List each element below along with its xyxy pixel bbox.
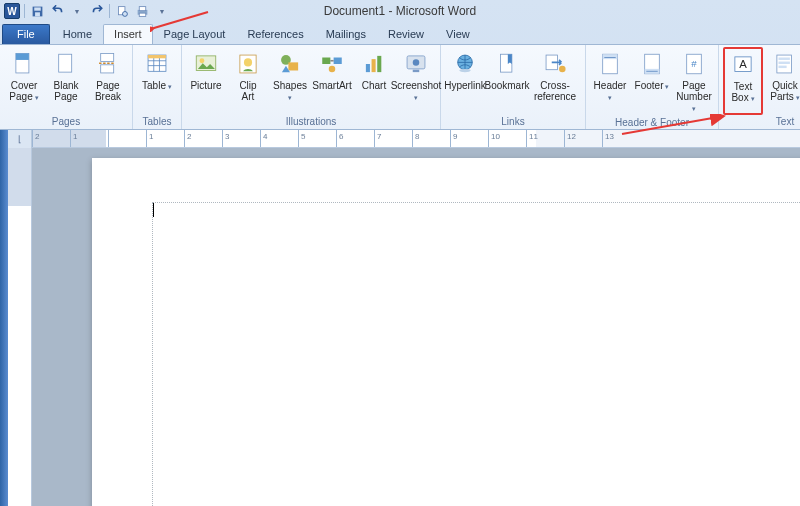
footer-button[interactable]: Footer ▾ [632,47,672,116]
picture-button[interactable]: Picture [186,47,226,115]
ruler-corner-icon[interactable]: ⌊ [8,130,32,148]
page[interactable] [92,158,800,506]
quick-print-icon[interactable] [134,3,150,19]
document-canvas[interactable] [32,148,800,506]
page-number-icon: # [679,50,709,78]
table-label: Table ▾ [142,80,172,91]
left-gutter-bar [0,130,8,506]
smartart-button[interactable]: SmartArt [312,47,352,115]
ribbon-tabs: File HomeInsertPage LayoutReferencesMail… [0,22,800,44]
blank-page-button[interactable]: Blank Page [46,47,86,115]
smartart-label: SmartArt [312,80,351,91]
shapes-button[interactable]: Shapes ▾ [270,47,310,115]
undo-dropdown-icon[interactable]: ▼ [69,3,85,19]
chart-icon [359,50,389,78]
cover-page-label: Cover Page ▾ [9,80,38,102]
svg-rect-9 [16,53,29,60]
redo-icon[interactable] [89,3,105,19]
group-label: Illustrations [186,115,436,129]
tab-page-layout[interactable]: Page Layout [153,24,237,44]
svg-rect-51 [779,58,790,60]
clip-art-button[interactable]: Clip Art [228,47,268,115]
quick-parts-label: Quick Parts ▾ [770,80,799,102]
svg-point-23 [244,58,252,66]
svg-rect-7 [139,13,146,16]
header-icon [595,50,625,78]
bookmark-label: Bookmark [485,80,530,91]
bookmark-button[interactable]: Bookmark [487,47,527,115]
hyperlink-label: Hyperlink [444,80,486,91]
group-label: Header & Footer [590,116,714,130]
svg-rect-31 [377,56,381,72]
tab-view[interactable]: View [435,24,481,44]
screenshot-label: Screenshot ▾ [391,80,442,102]
svg-rect-34 [413,70,420,72]
cross-reference-button[interactable]: Cross-reference [529,47,581,115]
svg-rect-11 [101,53,114,61]
tab-review[interactable]: Review [377,24,435,44]
word-app-icon[interactable]: W [4,3,20,19]
page-break-button[interactable]: Page Break [88,47,128,115]
screenshot-button[interactable]: Screenshot ▾ [396,47,436,115]
tab-file[interactable]: File [2,24,50,44]
cover-page-button[interactable]: Cover Page ▾ [4,47,44,115]
ribbon-group-text: AText Box ▾Quick Parts ▾AWordArt ▾Text [719,45,800,129]
vertical-ruler[interactable]: 1212345678910 [8,148,31,506]
bookmark-icon [492,50,522,78]
qat-customize-icon[interactable]: ▼ [154,3,170,19]
shapes-icon [275,50,305,78]
tab-insert[interactable]: Insert [103,24,153,44]
hyperlink-button[interactable]: Hyperlink [445,47,485,115]
svg-point-39 [559,66,566,73]
window-title: Document1 - Microsoft Word [324,4,477,18]
ribbon-group-illustrations: PictureClip ArtShapes ▾SmartArtChartScre… [182,45,441,129]
ribbon-group-header-footer: Header ▾Footer ▾#Page Number ▾Header & F… [586,45,719,129]
svg-rect-26 [322,58,330,65]
quick-parts-icon [770,50,800,78]
title-bar: W ▼ ▼ Document1 - Microsoft Word [0,0,800,22]
print-preview-icon[interactable] [114,3,130,19]
horizontal-ruler-row: ⌊ 2112345678910111213 [8,130,800,148]
chart-label: Chart [362,80,386,91]
document-area: ⌊ 2112345678910111213 1212345678910 [0,130,800,506]
svg-point-21 [200,58,205,63]
svg-rect-12 [101,65,114,73]
tab-references[interactable]: References [236,24,314,44]
horizontal-ruler[interactable]: 2112345678910111213 [32,130,800,147]
quick-parts-button[interactable]: Quick Parts ▾ [765,47,800,115]
group-label: Links [445,115,581,129]
svg-rect-29 [366,64,370,72]
cover-page-icon [9,50,39,78]
svg-rect-6 [139,6,146,10]
header-button[interactable]: Header ▾ [590,47,630,116]
blank-page-label: Blank Page [53,80,78,102]
save-icon[interactable] [29,3,45,19]
group-label: Text [723,115,800,129]
chart-button[interactable]: Chart [354,47,394,115]
cross-reference-icon [540,50,570,78]
page-number-button[interactable]: #Page Number ▾ [674,47,714,116]
page-number-label: Page Number ▾ [675,80,713,113]
svg-rect-25 [288,62,298,70]
table-button[interactable]: Table ▾ [137,47,177,115]
svg-point-4 [122,11,127,16]
svg-text:A: A [739,58,747,70]
svg-point-33 [413,59,420,66]
ribbon-group-pages: Cover Page ▾Blank PagePage BreakPages [0,45,133,129]
text-box-button[interactable]: AText Box ▾ [723,47,763,115]
group-label: Tables [137,115,177,129]
qat-separator-2 [109,4,110,18]
ribbon-insert: Cover Page ▾Blank PagePage BreakPagesTab… [0,44,800,130]
svg-point-28 [329,66,336,73]
svg-text:#: # [691,58,697,69]
blank-page-icon [51,50,81,78]
undo-icon[interactable] [49,3,65,19]
svg-rect-2 [35,12,40,16]
tab-mailings[interactable]: Mailings [315,24,377,44]
qat-separator [24,4,25,18]
page-break-icon [93,50,123,78]
screenshot-icon [401,50,431,78]
tab-home[interactable]: Home [52,24,103,44]
svg-rect-52 [779,62,790,64]
ribbon-group-links: HyperlinkBookmarkCross-referenceLinks [441,45,586,129]
